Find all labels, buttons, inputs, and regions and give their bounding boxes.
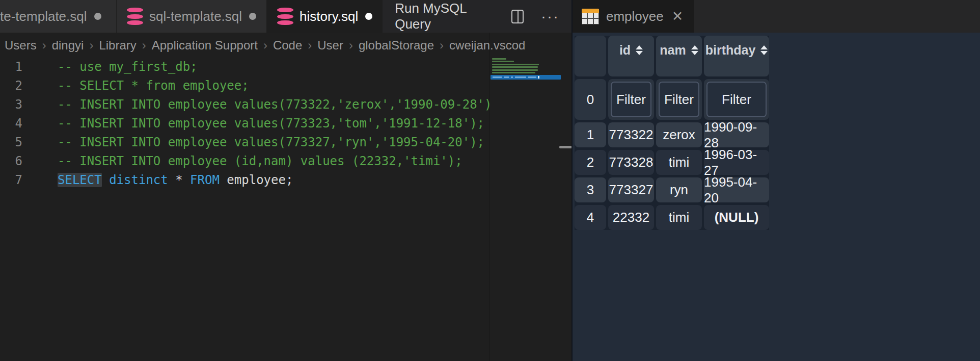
sort-icon — [760, 45, 768, 55]
code-token: distinct — [109, 173, 168, 187]
sort-asc-icon — [691, 45, 698, 49]
row-index-cell[interactable]: 1 — [575, 122, 606, 147]
database-icon — [127, 8, 143, 25]
scrollbar-decoration — [559, 146, 571, 148]
sort-asc-icon — [636, 45, 643, 49]
table-cell-nam[interactable]: zerox — [656, 122, 702, 147]
breadcrumb-item-application-support[interactable]: Application Support — [152, 38, 258, 53]
minimap-line — [492, 61, 514, 62]
table-cell-nam[interactable]: timi — [656, 150, 702, 175]
code-line: 1-- use my_first_db; — [0, 58, 489, 76]
cell-value: 773328 — [609, 154, 654, 170]
code-line: 3-- INSERT INTO employee values(773322,'… — [0, 95, 489, 114]
code-text: -- SELECT * from employee; — [22, 76, 249, 95]
cell-value: zerox — [663, 127, 695, 143]
breadcrumb-item-users[interactable]: Users — [5, 38, 37, 53]
code-token: FROM — [190, 173, 220, 187]
column-header-id[interactable]: id — [608, 36, 654, 76]
table-cell-id[interactable]: 773327 — [608, 177, 654, 202]
filter-input-id[interactable]: Filter — [611, 82, 651, 117]
cell-value: timi — [669, 210, 689, 225]
table-cell-id[interactable]: 773328 — [608, 150, 654, 175]
row-index-cell[interactable]: 3 — [575, 177, 606, 202]
tab-label: sql-template.sql — [149, 9, 242, 24]
column-header-birthday[interactable]: birthday — [704, 36, 769, 76]
modified-dot-icon[interactable] — [365, 13, 372, 20]
column-header-label: nam — [660, 43, 686, 58]
row-index-cell[interactable]: 2 — [575, 150, 606, 175]
filter-input-nam[interactable]: Filter — [659, 82, 699, 117]
more-actions-icon[interactable]: ··· — [541, 9, 559, 24]
cell-value: 1990-09-28 — [704, 119, 769, 151]
modified-dot-icon[interactable] — [94, 13, 101, 20]
row-index-cell: 0 — [575, 79, 606, 120]
code-editor[interactable]: 1-- use my_first_db;2-- SELECT * from em… — [0, 58, 489, 343]
column-header-label: birthday — [705, 43, 756, 58]
cell-value: 22332 — [613, 210, 649, 225]
split-editor-icon[interactable] — [511, 10, 524, 23]
breadcrumb-separator-icon: › — [308, 38, 312, 53]
code-text: SELECT distinct * FROM employee; — [22, 171, 293, 190]
cell-value: 1996-03-27 — [704, 147, 769, 178]
column-header-nam[interactable]: nam — [656, 36, 702, 76]
column-header-label: id — [619, 43, 631, 58]
breadcrumb-separator-icon: › — [263, 38, 267, 53]
sort-desc-icon — [760, 51, 768, 55]
breadcrumb-item-dingyi[interactable]: dingyi — [52, 38, 84, 53]
editor-tab-history-sql[interactable]: history.sql — [267, 0, 383, 33]
breadcrumb-separator-icon: › — [349, 38, 353, 53]
table-cell-nam[interactable]: ryn — [656, 177, 702, 202]
editor-tab-te-template-sql[interactable]: te-template.sql — [0, 0, 117, 33]
sort-desc-icon — [691, 51, 698, 55]
breadcrumb-separator-icon: › — [42, 38, 46, 53]
table-cell-birthday[interactable]: 1995-04-20 — [704, 177, 769, 202]
close-icon[interactable]: ✕ — [672, 10, 684, 23]
sort-asc-icon — [760, 45, 768, 49]
breadcrumb-item-cweijan-vscod[interactable]: cweijan.vscod — [449, 38, 525, 53]
line-number: 1 — [0, 58, 22, 76]
result-table: idnambirthday0FilterFilterFilter1773322z… — [575, 36, 769, 230]
table-icon — [582, 9, 599, 24]
breadcrumb-item-library[interactable]: Library — [99, 38, 136, 53]
table-cell-birthday[interactable]: 1996-03-27 — [704, 150, 769, 175]
code-token: employee; — [227, 173, 293, 187]
tab-label: history.sql — [300, 9, 358, 24]
vscode-window: te-template.sqlsql-template.sqlhistory.s… — [0, 0, 980, 361]
panel-tab-label: employee — [606, 9, 664, 24]
table-cell-id[interactable]: 773322 — [608, 122, 654, 147]
tab-employee[interactable]: employee ✕ — [573, 0, 694, 33]
minimap[interactable] — [491, 58, 561, 82]
modified-dot-icon[interactable] — [249, 13, 256, 20]
sort-desc-icon — [636, 51, 643, 55]
table-cell-birthday[interactable]: (NULL) — [704, 205, 769, 230]
minimap-line — [492, 72, 535, 73]
line-number: 6 — [0, 152, 22, 171]
code-text: -- use my_first_db; — [22, 58, 198, 76]
code-text: -- INSERT INTO employee values(773327,'r… — [22, 133, 484, 152]
sort-icon — [691, 45, 698, 55]
breadcrumb-item-user[interactable]: User — [317, 38, 343, 53]
breadcrumb-separator-icon: › — [440, 38, 444, 53]
code-token: -- INSERT INTO employee values(773327,'r… — [58, 135, 484, 149]
run-mysql-query-button[interactable]: Run MySQL Query — [395, 1, 494, 32]
code-line: 4-- INSERT INTO employee values(773323,'… — [0, 114, 489, 133]
editor-group: te-template.sqlsql-template.sqlhistory.s… — [0, 0, 571, 361]
minimap-current-line[interactable] — [491, 75, 561, 80]
line-number: 3 — [0, 95, 22, 114]
table-cell-nam[interactable]: timi — [656, 205, 702, 230]
tab-label: te-template.sql — [0, 9, 87, 24]
table-cell-birthday[interactable]: 1990-09-28 — [704, 122, 769, 147]
minimap-line — [492, 58, 506, 60]
code-text: -- INSERT INTO employee values(773323,'t… — [22, 114, 484, 133]
filter-input-birthday[interactable]: Filter — [706, 82, 767, 117]
breadcrumb-item-globalstorage[interactable]: globalStorage — [359, 38, 434, 53]
line-number: 2 — [0, 76, 22, 95]
breadcrumb-item-code[interactable]: Code — [273, 38, 302, 53]
cell-value: 773327 — [609, 182, 654, 198]
breadcrumb-separator-icon: › — [89, 38, 93, 53]
table-cell-id[interactable]: 22332 — [608, 205, 654, 230]
code-token: -- INSERT INTO employee (id,nam) values … — [58, 154, 462, 168]
row-index-cell[interactable]: 4 — [575, 205, 606, 230]
sort-icon — [636, 45, 643, 55]
editor-tab-sql-template-sql[interactable]: sql-template.sql — [117, 0, 267, 33]
